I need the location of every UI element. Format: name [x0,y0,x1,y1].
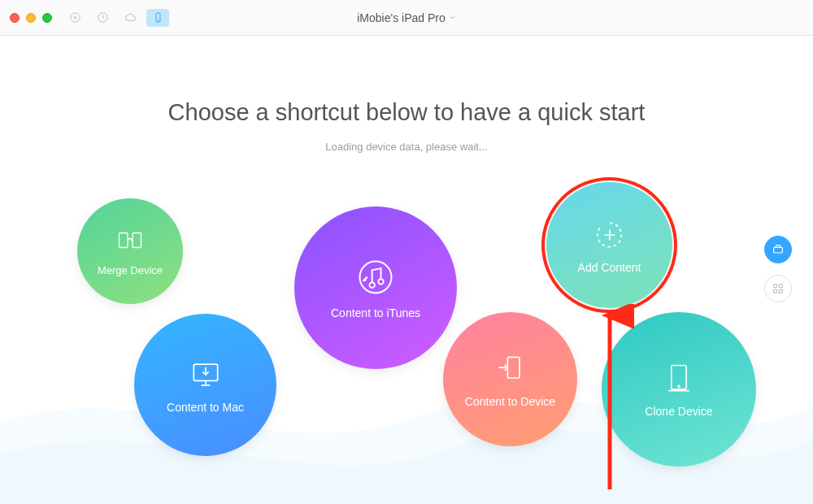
to-device-icon [493,351,528,387]
add-content-bubble[interactable]: Add Content [546,182,672,308]
device-name: iMobie's iPad Pro [357,11,446,24]
main-stage: Choose a shortcut below to have a quick … [0,36,813,504]
svg-point-8 [360,262,392,293]
svg-rect-6 [133,232,141,247]
svg-rect-13 [774,285,777,288]
content-to-itunes-bubble[interactable]: Content to iTunes [294,206,457,369]
view-mode-switch [764,236,792,302]
content-to-mac-bubble[interactable]: Content to Mac [134,314,276,456]
merge-device-bubble[interactable]: Merge Device [77,198,183,304]
content-to-itunes-label: Content to iTunes [331,306,420,319]
svg-rect-14 [779,285,782,288]
merge-device-label: Merge Device [98,264,163,276]
itunes-icon [354,256,397,298]
clone-device-label: Clone Device [645,405,712,418]
svg-rect-12 [774,247,783,253]
content-to-mac-label: Content to Mac [167,401,244,414]
titlebar: iMobie's iPad Pro [0,0,813,36]
svg-point-11 [678,385,680,387]
monitor-download-icon [188,357,224,393]
page-title: Choose a shortcut below to have a quick … [0,99,813,126]
categories-mode-button[interactable] [764,275,792,302]
content-to-device-label: Content to Device [465,395,555,408]
device-selector[interactable]: iMobie's iPad Pro [0,11,813,24]
svg-rect-15 [774,289,777,293]
add-icon [592,217,628,253]
add-content-label: Add Content [578,261,641,274]
merge-icon [115,227,145,256]
chevron-down-icon [449,14,456,21]
shortcuts-mode-button[interactable] [764,236,792,263]
svg-rect-16 [779,289,782,293]
svg-rect-9 [507,357,520,378]
content-to-device-bubble[interactable]: Content to Device [443,312,577,446]
clone-device-bubble[interactable]: Clone Device [602,312,756,467]
tablet-icon [661,361,697,397]
svg-rect-5 [120,232,128,247]
status-text: Loading device data, please wait... [0,141,813,153]
